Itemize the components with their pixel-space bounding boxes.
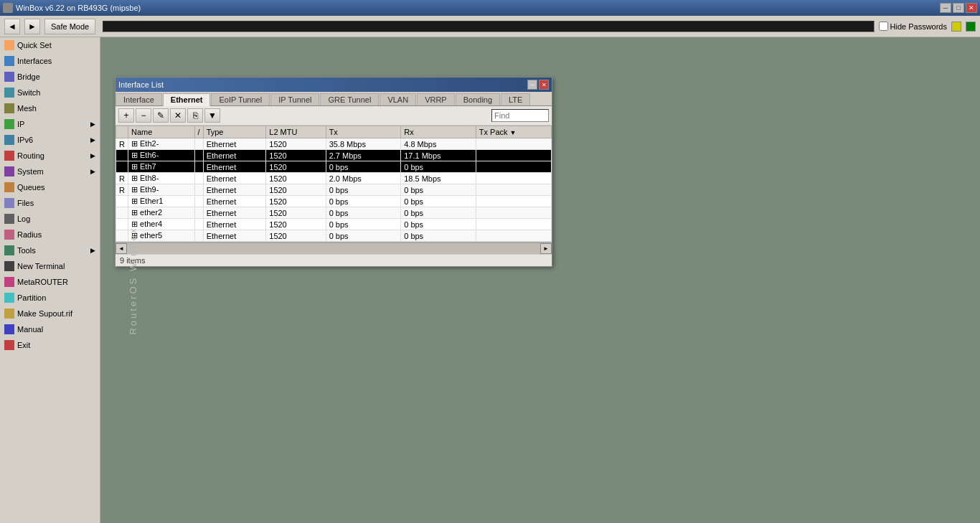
system-arrow-icon: ▶	[90, 168, 95, 175]
sidebar-item-partition[interactable]: Partition	[0, 290, 100, 306]
sidebar-label-files: Files	[17, 199, 34, 207]
interface-list-window: Interface List ─ ✕ Interface Ethernet Eo…	[115, 77, 552, 267]
tab-lte[interactable]: LTE	[501, 93, 530, 105]
tab-interface[interactable]: Interface	[116, 93, 162, 105]
sidebar-item-ip[interactable]: IP ▶	[0, 116, 100, 132]
col-l2mtu[interactable]: L2 MTU	[266, 126, 326, 138]
sidebar-label-radius: Radius	[17, 230, 42, 239]
sidebar-item-manual[interactable]: Manual	[0, 321, 100, 337]
scroll-left-button[interactable]: ◄	[116, 243, 127, 254]
minimize-button[interactable]: ─	[940, 3, 951, 13]
scroll-track[interactable]	[127, 243, 540, 254]
sidebar-label-quick-set: Quick Set	[17, 41, 52, 50]
table-row[interactable]: ⊞ Eth6-Ethernet15202.7 Mbps17.1 Mbps	[116, 150, 552, 161]
find-input[interactable]	[491, 109, 549, 122]
table-row[interactable]: ⊞ Eth7Ethernet15200 bps0 bps	[116, 161, 552, 173]
sidebar-item-ipv6[interactable]: IPv6 ▶	[0, 132, 100, 148]
copy-button[interactable]: ⎘	[187, 108, 203, 123]
sidebar-item-log[interactable]: Log	[0, 211, 100, 227]
hide-passwords-checkbox[interactable]	[879, 22, 888, 31]
scroll-right-button[interactable]: ►	[540, 243, 552, 254]
cell-tx: 0 bps	[326, 230, 401, 242]
edit-button[interactable]: ✎	[153, 108, 169, 123]
safe-mode-button[interactable]: Safe Mode	[44, 19, 95, 34]
forward-button[interactable]: ►	[24, 19, 40, 34]
disable-button[interactable]: ✕	[170, 108, 186, 123]
tools-arrow-icon: ▶	[90, 247, 95, 254]
sidebar-item-queues[interactable]: Queues	[0, 179, 100, 195]
col-name[interactable]: Name	[128, 126, 194, 138]
col-tx[interactable]: Tx	[326, 126, 401, 138]
table-header-row: Name / Type L2 MTU Tx Rx Tx Pack ▼	[116, 126, 552, 138]
files-icon	[4, 198, 14, 208]
table-row[interactable]: ⊞ ether2Ethernet15200 bps0 bps	[116, 207, 552, 219]
tab-ethernet[interactable]: Ethernet	[163, 93, 211, 106]
col-type[interactable]: Type	[203, 126, 266, 138]
sidebar-item-make-supout[interactable]: Make Supout.rif	[0, 306, 100, 321]
cell-flag	[116, 219, 128, 230]
cell-sep	[194, 161, 203, 173]
sidebar-label-system: System	[17, 167, 44, 176]
sidebar-item-mesh[interactable]: Mesh	[0, 100, 100, 116]
tab-vrrp[interactable]: VRRP	[417, 93, 455, 105]
sidebar-item-bridge[interactable]: Bridge	[0, 69, 100, 85]
terminal-icon	[4, 261, 14, 271]
add-button[interactable]: +	[118, 108, 134, 123]
sidebar-label-mesh: Mesh	[17, 104, 37, 113]
cell-tx: 0 bps	[326, 207, 401, 219]
sidebar-item-new-terminal[interactable]: New Terminal	[0, 258, 100, 274]
cell-sep	[194, 184, 203, 196]
tab-gre-tunnel[interactable]: GRE Tunnel	[320, 93, 379, 105]
table-row[interactable]: ⊞ ether4Ethernet15200 bps0 bps	[116, 219, 552, 230]
sidebar-item-metarouter[interactable]: MetaROUTER	[0, 274, 100, 290]
horizontal-scrollbar[interactable]: ◄ ►	[116, 242, 552, 254]
interface-window-minimize[interactable]: ─	[527, 80, 537, 90]
cell-rx: 0 bps	[401, 207, 476, 219]
close-window-button[interactable]: ✕	[966, 3, 977, 13]
cell-flag	[116, 161, 128, 173]
switch-icon	[4, 88, 14, 98]
sidebar-item-files[interactable]: Files	[0, 195, 100, 211]
col-sep: /	[194, 126, 203, 138]
maximize-button[interactable]: □	[953, 3, 964, 13]
cell-l2mtu: 1520	[266, 196, 326, 207]
interface-window-close[interactable]: ✕	[539, 80, 549, 90]
cell-txpack	[476, 196, 551, 207]
cell-rx: 18.5 Mbps	[401, 173, 476, 184]
sidebar-item-interfaces[interactable]: Interfaces	[0, 53, 100, 69]
table-row[interactable]: R⊞ Eth9-Ethernet15200 bps0 bps	[116, 184, 552, 196]
sidebar-item-radius[interactable]: Radius	[0, 227, 100, 242]
cell-flag: R	[116, 138, 128, 150]
tab-eoip-tunnel[interactable]: EoIP Tunnel	[211, 93, 270, 105]
cell-name: ⊞ Eth9-	[128, 184, 194, 196]
col-rx[interactable]: Rx	[401, 126, 476, 138]
table-row[interactable]: ⊞ ether5Ethernet15200 bps0 bps	[116, 230, 552, 242]
sidebar-item-switch[interactable]: Switch	[0, 85, 100, 100]
hide-passwords-option[interactable]: Hide Passwords	[879, 22, 947, 31]
ip-icon	[4, 119, 14, 129]
sidebar-item-tools[interactable]: Tools ▶	[0, 242, 100, 258]
tab-ip-tunnel[interactable]: IP Tunnel	[270, 93, 319, 105]
cell-txpack	[476, 219, 551, 230]
table-row[interactable]: R⊞ Eth2-Ethernet152035.8 Mbps4.8 Mbps	[116, 138, 552, 150]
sidebar-label-exit: Exit	[17, 341, 30, 349]
sidebar-item-exit[interactable]: Exit	[0, 337, 100, 353]
tab-vlan[interactable]: VLAN	[380, 93, 416, 105]
table-row[interactable]: R⊞ Eth8-Ethernet15202.0 Mbps18.5 Mbps	[116, 173, 552, 184]
hide-passwords-label: Hide Passwords	[890, 22, 947, 31]
quick-set-icon	[4, 40, 14, 50]
sidebar-item-system[interactable]: System ▶	[0, 164, 100, 179]
table-row[interactable]: ⊞ Ether1Ethernet15200 bps0 bps	[116, 196, 552, 207]
make-supout-icon	[4, 308, 14, 319]
cell-flag	[116, 207, 128, 219]
back-button[interactable]: ◄	[4, 19, 20, 34]
sidebar-item-routing[interactable]: Routing ▶	[0, 148, 100, 164]
ipv6-icon	[4, 135, 14, 145]
tab-bonding[interactable]: Bonding	[456, 93, 500, 105]
col-flag[interactable]	[116, 126, 128, 138]
col-txpack[interactable]: Tx Pack ▼	[476, 126, 551, 138]
remove-button[interactable]: −	[136, 108, 151, 123]
filter-button[interactable]: ▼	[204, 108, 220, 123]
cell-name: ⊞ Eth8-	[128, 173, 194, 184]
sidebar-item-quick-set[interactable]: Quick Set	[0, 37, 100, 53]
